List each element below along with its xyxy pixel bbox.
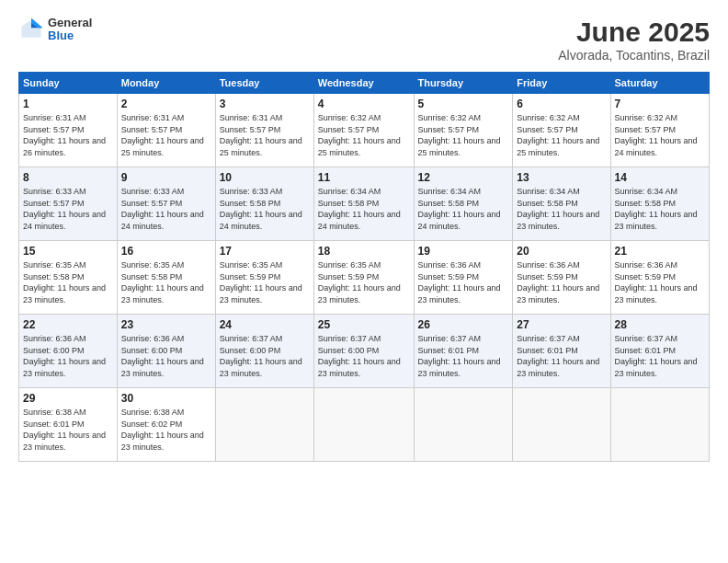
day-info: Sunrise: 6:37 AMSunset: 6:00 PMDaylight:… [318, 333, 410, 379]
logo-icon [18, 17, 44, 42]
calendar-cell: 20Sunrise: 6:36 AMSunset: 5:59 PMDayligh… [513, 241, 610, 315]
calendar-week-row: 22Sunrise: 6:36 AMSunset: 6:00 PMDayligh… [19, 315, 710, 388]
day-number: 22 [23, 318, 113, 331]
day-info: Sunrise: 6:35 AMSunset: 5:59 PMDaylight:… [318, 259, 410, 305]
calendar-cell: 16Sunrise: 6:35 AMSunset: 5:58 PMDayligh… [117, 241, 215, 315]
day-info: Sunrise: 6:32 AMSunset: 5:57 PMDaylight:… [318, 112, 410, 158]
day-info: Sunrise: 6:36 AMSunset: 5:59 PMDaylight:… [517, 259, 606, 305]
day-info: Sunrise: 6:34 AMSunset: 5:58 PMDaylight:… [517, 186, 606, 232]
calendar-cell: 17Sunrise: 6:35 AMSunset: 5:59 PMDayligh… [215, 241, 313, 315]
day-number: 26 [418, 318, 509, 331]
day-number: 15 [23, 245, 113, 258]
col-header-sunday: Sunday [19, 73, 118, 94]
day-info: Sunrise: 6:35 AMSunset: 5:58 PMDaylight:… [121, 259, 211, 305]
day-number: 11 [318, 171, 410, 184]
calendar-cell: 4Sunrise: 6:32 AMSunset: 5:57 PMDaylight… [313, 94, 414, 167]
calendar-cell: 3Sunrise: 6:31 AMSunset: 5:57 PMDaylight… [215, 94, 313, 167]
page: General Blue June 2025 Alvorada, Tocanti… [0, 0, 728, 563]
day-number: 29 [23, 392, 113, 405]
calendar-cell [215, 388, 313, 462]
day-info: Sunrise: 6:35 AMSunset: 5:59 PMDaylight:… [220, 259, 310, 305]
day-number: 27 [517, 318, 606, 331]
calendar-cell: 28Sunrise: 6:37 AMSunset: 6:01 PMDayligh… [610, 315, 709, 388]
calendar-cell: 2Sunrise: 6:31 AMSunset: 5:57 PMDaylight… [117, 94, 215, 167]
calendar-week-row: 8Sunrise: 6:33 AMSunset: 5:57 PMDaylight… [19, 167, 710, 241]
day-number: 20 [517, 245, 606, 258]
day-number: 7 [615, 98, 705, 110]
day-number: 12 [418, 171, 509, 184]
calendar-cell: 6Sunrise: 6:32 AMSunset: 5:57 PMDaylight… [513, 94, 610, 167]
calendar-cell [414, 388, 513, 462]
calendar-header-row: SundayMondayTuesdayWednesdayThursdayFrid… [19, 73, 710, 94]
calendar-cell: 24Sunrise: 6:37 AMSunset: 6:00 PMDayligh… [215, 315, 313, 388]
day-info: Sunrise: 6:36 AMSunset: 5:59 PMDaylight:… [615, 259, 705, 305]
col-header-monday: Monday [117, 73, 215, 94]
calendar-table: SundayMondayTuesdayWednesdayThursdayFrid… [18, 72, 710, 462]
calendar-week-row: 15Sunrise: 6:35 AMSunset: 5:58 PMDayligh… [19, 241, 710, 315]
day-number: 24 [220, 318, 310, 331]
day-number: 9 [121, 171, 211, 184]
day-info: Sunrise: 6:38 AMSunset: 6:01 PMDaylight:… [23, 407, 113, 453]
day-info: Sunrise: 6:32 AMSunset: 5:57 PMDaylight:… [517, 112, 606, 158]
calendar-cell: 19Sunrise: 6:36 AMSunset: 5:59 PMDayligh… [414, 241, 513, 315]
calendar-week-row: 29Sunrise: 6:38 AMSunset: 6:01 PMDayligh… [19, 388, 710, 462]
calendar-week-row: 1Sunrise: 6:31 AMSunset: 5:57 PMDaylight… [19, 94, 710, 167]
calendar-cell: 12Sunrise: 6:34 AMSunset: 5:58 PMDayligh… [414, 167, 513, 241]
location: Alvorada, Tocantins, Brazil [558, 48, 710, 63]
day-info: Sunrise: 6:37 AMSunset: 6:01 PMDaylight:… [517, 333, 606, 379]
day-number: 6 [517, 98, 606, 110]
day-info: Sunrise: 6:37 AMSunset: 6:01 PMDaylight:… [615, 333, 705, 379]
calendar-cell: 11Sunrise: 6:34 AMSunset: 5:58 PMDayligh… [313, 167, 414, 241]
logo-blue-text: Blue [48, 29, 92, 42]
calendar-cell: 27Sunrise: 6:37 AMSunset: 6:01 PMDayligh… [513, 315, 610, 388]
day-number: 1 [23, 98, 113, 110]
day-info: Sunrise: 6:34 AMSunset: 5:58 PMDaylight:… [418, 186, 509, 232]
logo-text: General Blue [48, 17, 92, 43]
calendar-cell: 13Sunrise: 6:34 AMSunset: 5:58 PMDayligh… [513, 167, 610, 241]
day-info: Sunrise: 6:31 AMSunset: 5:57 PMDaylight:… [220, 112, 310, 158]
calendar-cell: 8Sunrise: 6:33 AMSunset: 5:57 PMDaylight… [19, 167, 118, 241]
logo-general-text: General [48, 17, 92, 29]
calendar-cell: 7Sunrise: 6:32 AMSunset: 5:57 PMDaylight… [610, 94, 709, 167]
calendar-cell [313, 388, 414, 462]
calendar-cell: 5Sunrise: 6:32 AMSunset: 5:57 PMDaylight… [414, 94, 513, 167]
col-header-thursday: Thursday [414, 73, 513, 94]
calendar-cell: 29Sunrise: 6:38 AMSunset: 6:01 PMDayligh… [19, 388, 118, 462]
day-info: Sunrise: 6:33 AMSunset: 5:57 PMDaylight:… [121, 186, 211, 232]
day-number: 8 [23, 171, 113, 184]
calendar-cell [610, 388, 709, 462]
day-number: 16 [121, 245, 211, 258]
calendar-cell: 21Sunrise: 6:36 AMSunset: 5:59 PMDayligh… [610, 241, 709, 315]
day-number: 17 [220, 245, 310, 258]
day-number: 4 [318, 98, 410, 110]
day-number: 23 [121, 318, 211, 331]
day-info: Sunrise: 6:32 AMSunset: 5:57 PMDaylight:… [418, 112, 509, 158]
day-number: 19 [418, 245, 509, 258]
calendar-cell: 14Sunrise: 6:34 AMSunset: 5:58 PMDayligh… [610, 167, 709, 241]
day-info: Sunrise: 6:34 AMSunset: 5:58 PMDaylight:… [615, 186, 705, 232]
day-info: Sunrise: 6:36 AMSunset: 6:00 PMDaylight:… [121, 333, 211, 379]
calendar-cell: 9Sunrise: 6:33 AMSunset: 5:57 PMDaylight… [117, 167, 215, 241]
header: General Blue June 2025 Alvorada, Tocanti… [18, 17, 710, 63]
day-info: Sunrise: 6:31 AMSunset: 5:57 PMDaylight:… [121, 112, 211, 158]
day-info: Sunrise: 6:36 AMSunset: 6:00 PMDaylight:… [23, 333, 113, 379]
calendar-cell: 23Sunrise: 6:36 AMSunset: 6:00 PMDayligh… [117, 315, 215, 388]
day-number: 2 [121, 98, 211, 110]
calendar-cell: 18Sunrise: 6:35 AMSunset: 5:59 PMDayligh… [313, 241, 414, 315]
col-header-tuesday: Tuesday [215, 73, 313, 94]
day-number: 28 [615, 318, 705, 331]
day-number: 5 [418, 98, 509, 110]
calendar-cell: 1Sunrise: 6:31 AMSunset: 5:57 PMDaylight… [19, 94, 118, 167]
day-info: Sunrise: 6:34 AMSunset: 5:58 PMDaylight:… [318, 186, 410, 232]
calendar-cell: 22Sunrise: 6:36 AMSunset: 6:00 PMDayligh… [19, 315, 118, 388]
day-info: Sunrise: 6:33 AMSunset: 5:57 PMDaylight:… [23, 186, 113, 232]
col-header-wednesday: Wednesday [313, 73, 414, 94]
day-number: 21 [615, 245, 705, 258]
day-number: 13 [517, 171, 606, 184]
logo: General Blue [18, 17, 92, 43]
day-number: 30 [121, 392, 211, 405]
day-number: 3 [220, 98, 310, 110]
day-info: Sunrise: 6:32 AMSunset: 5:57 PMDaylight:… [615, 112, 705, 158]
calendar-cell: 30Sunrise: 6:38 AMSunset: 6:02 PMDayligh… [117, 388, 215, 462]
day-number: 18 [318, 245, 410, 258]
